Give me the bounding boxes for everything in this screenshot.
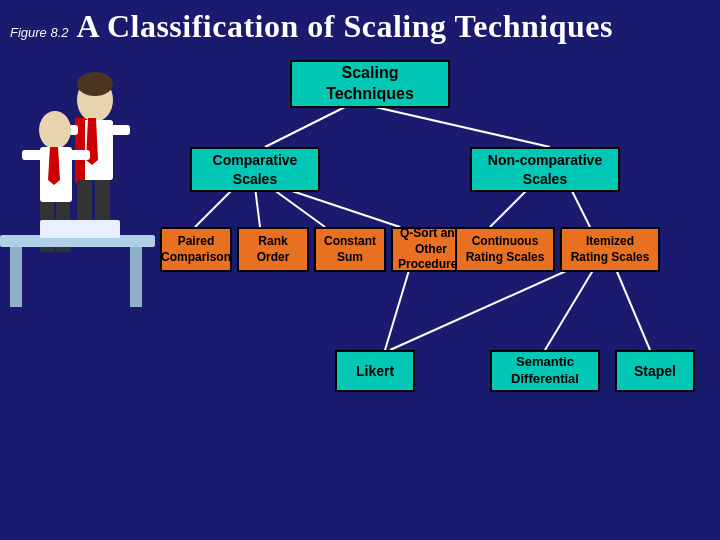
svg-line-21 <box>375 107 550 147</box>
connector-svg <box>160 55 710 520</box>
box-likert: Likert <box>335 350 415 392</box>
svg-line-28 <box>385 267 410 350</box>
main-title: A Classification of Scaling Techniques <box>77 8 613 45</box>
svg-line-29 <box>390 267 575 350</box>
svg-rect-6 <box>110 125 130 135</box>
svg-rect-18 <box>130 247 142 307</box>
box-constant-sum: Constant Sum <box>314 227 386 272</box>
svg-line-22 <box>195 187 235 227</box>
box-paired-comparison: Paired Comparison <box>160 227 232 272</box>
svg-marker-11 <box>48 147 60 185</box>
svg-point-9 <box>39 111 71 149</box>
box-rank-order: Rank Order <box>237 227 309 272</box>
svg-rect-17 <box>10 247 22 307</box>
svg-rect-14 <box>22 150 42 160</box>
page-container: Figure 8.2 A Classification of Scaling T… <box>0 0 720 540</box>
svg-rect-15 <box>70 150 90 160</box>
svg-line-26 <box>490 187 530 227</box>
box-scaling-techniques: Scaling Techniques <box>290 60 450 108</box>
figure-label: Figure 8.2 <box>10 25 69 40</box>
box-comparative-scales: Comparative Scales <box>190 147 320 192</box>
svg-line-23 <box>255 187 260 227</box>
box-continuous-rating: Continuous Rating Scales <box>455 227 555 272</box>
title-area: Figure 8.2 A Classification of Scaling T… <box>10 8 710 45</box>
box-semantic-differential: Semantic Differential <box>490 350 600 392</box>
figure-illustration <box>0 50 160 310</box>
box-non-comparative-scales: Non-comparative Scales <box>470 147 620 192</box>
diagram: Scaling Techniques Comparative Scales No… <box>160 55 710 520</box>
box-itemized-rating: Itemized Rating Scales <box>560 227 660 272</box>
box-stapel: Stapel <box>615 350 695 392</box>
svg-point-8 <box>77 72 113 96</box>
svg-line-25 <box>280 187 400 227</box>
svg-line-31 <box>615 267 650 350</box>
svg-line-24 <box>270 187 325 227</box>
svg-line-30 <box>545 267 595 350</box>
svg-rect-19 <box>40 220 120 238</box>
svg-line-27 <box>570 187 590 227</box>
svg-line-20 <box>265 107 345 147</box>
